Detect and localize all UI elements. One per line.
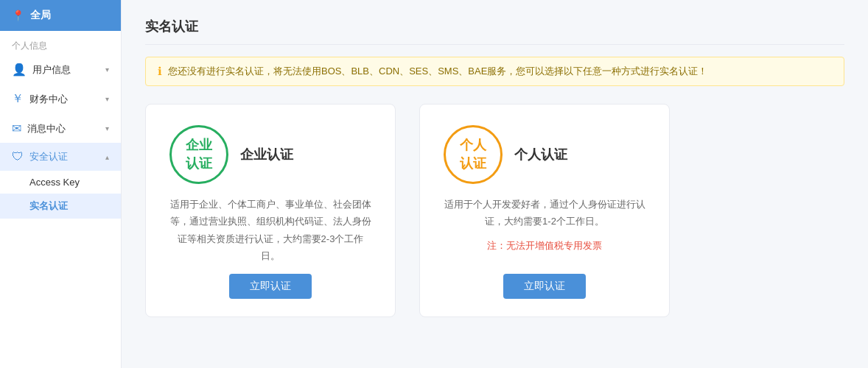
main-content: 实名认证 ℹ 您还没有进行实名认证，将无法使用BOS、BLB、CDN、SES、S… — [122, 0, 868, 368]
sidebar-top-label: 全局 — [30, 9, 51, 22]
chevron-up-icon: ▴ — [105, 153, 109, 161]
enterprise-stamp-line1: 企业 — [186, 138, 212, 152]
personal-verify-button[interactable]: 立即认证 — [503, 274, 586, 299]
sidebar-user-info-label: 用户信息 — [32, 63, 71, 77]
personal-stamp: 个人 认证 — [444, 125, 503, 184]
location-icon: 📍 — [12, 10, 24, 21]
sidebar-section-label: 个人信息 — [0, 31, 121, 55]
mail-icon: ✉ — [12, 121, 21, 135]
personal-card-note: 注：无法开增值税专用发票 — [487, 239, 602, 252]
sidebar-sub-item-access-key[interactable]: Access Key — [0, 171, 121, 194]
page-title: 实名认证 — [145, 18, 844, 45]
personal-card-header: 个人 认证 个人认证 — [444, 125, 645, 184]
person-icon: 👤 — [12, 63, 27, 77]
enterprise-card: 企业 认证 企业认证 适用于企业、个体工商户、事业单位、社会团体等，通过营业执照… — [145, 104, 396, 317]
sidebar-item-security[interactable]: 🛡 安全认证 ▴ — [0, 143, 121, 171]
shield-icon: 🛡 — [12, 150, 24, 163]
chevron-down-icon: ▾ — [105, 95, 109, 103]
sidebar-finance-label: 财务中心 — [29, 93, 68, 106]
chevron-down-icon: ▾ — [105, 124, 109, 132]
access-key-label: Access Key — [29, 177, 80, 188]
sidebar-security-label: 安全认证 — [29, 150, 68, 163]
personal-stamp-line1: 个人 — [460, 138, 486, 152]
enterprise-card-desc: 适用于企业、个体工商户、事业单位、社会团体等，通过营业执照、组织机构代码证、法人… — [169, 196, 371, 265]
enterprise-stamp: 企业 认证 — [169, 125, 228, 184]
sidebar: 📍 全局 个人信息 👤 用户信息 ▾ ￥ 财务中心 ▾ ✉ 消息中心 ▾ 🛡 安… — [0, 0, 122, 368]
sidebar-top[interactable]: 📍 全局 — [0, 0, 121, 31]
enterprise-card-header: 企业 认证 企业认证 — [169, 125, 371, 184]
enterprise-card-title: 企业认证 — [240, 146, 293, 163]
personal-card-title: 个人认证 — [514, 146, 567, 163]
sidebar-message-label: 消息中心 — [27, 122, 66, 135]
enterprise-verify-button[interactable]: 立即认证 — [229, 274, 312, 299]
personal-card-desc: 适用于个人开发爱好者，通过个人身份证进行认证，大约需要1-2个工作日。 — [444, 196, 645, 230]
chevron-down-icon: ▾ — [105, 66, 109, 74]
real-name-label: 实名认证 — [29, 200, 68, 211]
warning-text: 您还没有进行实名认证，将无法使用BOS、BLB、CDN、SES、SMS、BAE服… — [168, 65, 707, 78]
sidebar-item-finance[interactable]: ￥ 财务中心 ▾ — [0, 84, 121, 114]
enterprise-stamp-line2: 认证 — [186, 156, 212, 171]
personal-stamp-line2: 认证 — [460, 156, 486, 171]
warning-icon: ℹ — [158, 65, 162, 78]
sidebar-item-message[interactable]: ✉ 消息中心 ▾ — [0, 114, 121, 143]
personal-card: 个人 认证 个人认证 适用于个人开发爱好者，通过个人身份证进行认证，大约需要1-… — [419, 104, 670, 317]
sidebar-item-user-info[interactable]: 👤 用户信息 ▾ — [0, 55, 121, 84]
yuan-icon: ￥ — [12, 91, 24, 107]
warning-banner: ℹ 您还没有进行实名认证，将无法使用BOS、BLB、CDN、SES、SMS、BA… — [145, 57, 844, 86]
sidebar-sub-item-real-name[interactable]: 实名认证 — [0, 194, 121, 219]
cards-container: 企业 认证 企业认证 适用于企业、个体工商户、事业单位、社会团体等，通过营业执照… — [145, 104, 844, 317]
